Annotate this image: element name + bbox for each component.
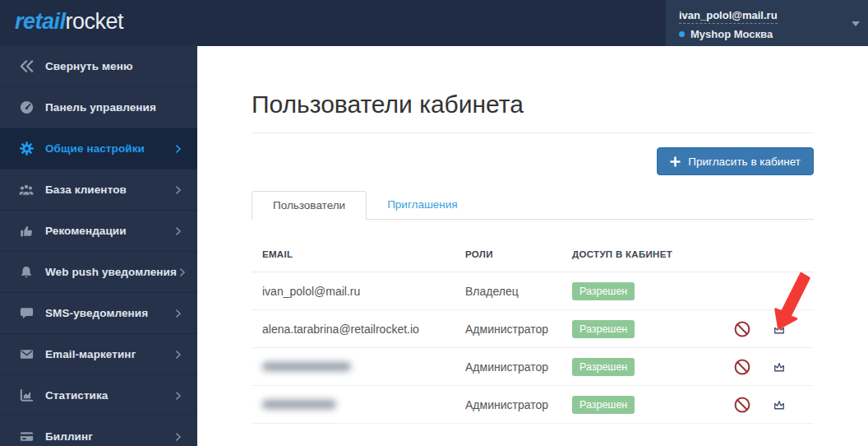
sidebar-item-label: Статистика bbox=[45, 389, 173, 402]
sidebar-item-label: Свернуть меню bbox=[45, 60, 184, 72]
access-status-badge: Разрешен bbox=[572, 396, 635, 414]
tab-users[interactable]: Пользователи bbox=[252, 191, 367, 220]
sidebar-item-chat[interactable]: SMS-уведомления bbox=[0, 293, 197, 334]
sidebar-item-stats-chart[interactable]: Статистика bbox=[0, 375, 197, 416]
chevron-right-icon bbox=[173, 431, 184, 443]
header-access: ДОСТУП В КАБИНЕТ bbox=[572, 249, 712, 259]
access-status-badge: Разрешен bbox=[572, 358, 635, 376]
chevron-right-icon bbox=[173, 349, 184, 360]
sidebar-item-bell[interactable]: Web push уведомления bbox=[0, 252, 197, 293]
access-status-badge: Разрешен bbox=[572, 320, 635, 338]
blurred-email bbox=[262, 362, 351, 371]
caret-down-icon[interactable] bbox=[852, 21, 860, 26]
chat-icon bbox=[18, 305, 35, 322]
user-role: Владелец bbox=[465, 285, 572, 298]
user-role: Администратор bbox=[465, 360, 572, 374]
retailrocket-logo[interactable]: retailrocket bbox=[15, 9, 123, 35]
account-menu[interactable]: ivan_polol@mail.ru Myshop Москва bbox=[666, 0, 868, 46]
invite-button[interactable]: Пригласить в кабинет bbox=[657, 147, 814, 175]
account-shop-row: Myshop Москва bbox=[679, 28, 843, 40]
logo-retail-text: retail bbox=[15, 9, 66, 34]
user-role: Администратор bbox=[465, 323, 572, 336]
account-shop-name: Myshop Москва bbox=[690, 28, 773, 40]
envelope-icon bbox=[18, 346, 35, 363]
chevron-right-icon bbox=[177, 267, 188, 278]
user-role: Администратор bbox=[465, 398, 572, 411]
table-row: ivan_polol@mail.ru Владелец Разрешен bbox=[252, 272, 814, 310]
sidebar-item-label: Web push уведомления bbox=[45, 266, 177, 278]
chevron-right-icon bbox=[173, 225, 184, 237]
main-content: Пользователи кабинета Пригласить в кабин… bbox=[197, 46, 868, 446]
logo-rocket-text: rocket bbox=[66, 9, 124, 34]
block-access-icon[interactable] bbox=[733, 320, 751, 338]
stats-chart-icon bbox=[18, 388, 35, 404]
table-row: Администратор Разрешен bbox=[252, 348, 814, 386]
tab-invitations[interactable]: Приглашения bbox=[367, 191, 478, 220]
tab-bar: ПользователиПриглашения bbox=[252, 190, 814, 220]
table-header-row: EMAIL РОЛИ ДОСТУП В КАБИНЕТ bbox=[252, 243, 814, 272]
sidebar-item-label: Рекомендации bbox=[45, 225, 173, 237]
blurred-email bbox=[262, 400, 336, 409]
account-email[interactable]: ivan_polol@mail.ru bbox=[679, 9, 778, 24]
shop-status-dot-icon bbox=[679, 31, 685, 37]
chevron-right-icon bbox=[173, 143, 184, 155]
sidebar-item-label: База клиентов bbox=[45, 184, 173, 196]
bell-icon bbox=[18, 264, 35, 281]
sidebar-item-label: Общие настройки bbox=[45, 142, 173, 155]
users-icon bbox=[18, 182, 35, 198]
plus-icon bbox=[670, 156, 681, 167]
table-body: ivan_polol@mail.ru Владелец Разрешен ale… bbox=[252, 272, 814, 424]
topbar: retailrocket ivan_polol@mail.ru Myshop М… bbox=[0, 0, 868, 46]
title-divider bbox=[252, 132, 814, 133]
make-owner-crown-icon[interactable] bbox=[770, 320, 788, 338]
invite-button-label: Пригласить в кабинет bbox=[688, 156, 801, 168]
dashboard-icon bbox=[18, 100, 35, 116]
billing-card-icon bbox=[18, 429, 35, 445]
header-email: EMAIL bbox=[262, 249, 465, 259]
block-access-icon[interactable] bbox=[733, 396, 751, 414]
table-row: alena.tarabrina@retailrocket.io Админист… bbox=[252, 310, 814, 348]
sidebar-item-gear[interactable]: Общие настройки bbox=[0, 128, 197, 170]
sidebar-item-collapse-menu[interactable]: Свернуть меню bbox=[0, 46, 197, 87]
sidebar-item-dashboard[interactable]: Панель управления bbox=[0, 87, 197, 128]
chevron-right-icon bbox=[173, 308, 184, 319]
make-owner-crown-icon[interactable] bbox=[770, 358, 788, 376]
users-table: EMAIL РОЛИ ДОСТУП В КАБИНЕТ ivan_polol@m… bbox=[252, 243, 814, 424]
chevron-right-icon bbox=[173, 390, 184, 402]
toolbar: Пригласить в кабинет bbox=[252, 147, 814, 175]
block-access-icon[interactable] bbox=[733, 358, 751, 376]
sidebar-item-users[interactable]: База клиентов bbox=[0, 170, 197, 211]
chevron-right-icon bbox=[173, 184, 184, 196]
sidebar-item-envelope[interactable]: Email-маркетинг bbox=[0, 334, 197, 375]
user-email: ivan_polol@mail.ru bbox=[262, 285, 360, 298]
sidebar-item-label: Биллинг bbox=[45, 430, 173, 443]
thumbs-up-icon bbox=[18, 223, 35, 239]
table-row: Администратор Разрешен bbox=[252, 386, 814, 424]
access-status-badge: Разрешен bbox=[572, 282, 635, 300]
sidebar-item-label: Email-маркетинг bbox=[45, 348, 173, 360]
sidebar-menu: Свернуть меню Панель управления Общие на… bbox=[0, 46, 197, 446]
sidebar-item-label: SMS-уведомления bbox=[45, 307, 173, 319]
sidebar: Свернуть меню Панель управления Общие на… bbox=[0, 46, 197, 446]
user-email: alena.tarabrina@retailrocket.io bbox=[262, 323, 419, 336]
sidebar-item-thumbs-up[interactable]: Рекомендации bbox=[0, 211, 197, 252]
make-owner-crown-icon[interactable] bbox=[770, 396, 788, 414]
sidebar-item-billing-card[interactable]: Биллинг bbox=[0, 416, 197, 446]
gear-icon bbox=[18, 141, 35, 157]
sidebar-item-label: Панель управления bbox=[45, 101, 184, 114]
collapse-menu-icon bbox=[18, 58, 35, 75]
header-roles: РОЛИ bbox=[465, 249, 572, 259]
page-title: Пользователи кабинета bbox=[252, 91, 814, 118]
